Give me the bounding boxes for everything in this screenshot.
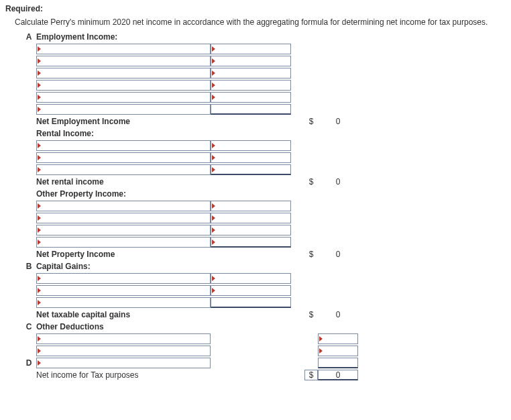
dropdown-icon [212, 70, 215, 76]
rental-desc-input[interactable] [36, 152, 211, 163]
rental-val-input[interactable] [211, 152, 291, 163]
required-heading: Required: [5, 4, 506, 13]
dropdown-icon [212, 288, 215, 293]
emp-desc-input[interactable] [36, 44, 211, 54]
dropdown-icon [38, 167, 41, 172]
section-title-b: Capital Gains: [36, 262, 91, 271]
currency-symbol-box: $ [304, 370, 318, 380]
dropdown-icon [38, 276, 41, 281]
dropdown-icon [212, 58, 215, 64]
net-income-value: 0 [318, 370, 358, 380]
other-property-title: Other Property Income: [36, 189, 126, 199]
dropdown-icon [38, 95, 41, 100]
property-desc-input[interactable] [36, 225, 211, 235]
deduct-desc-input[interactable] [36, 333, 211, 344]
net-property-label: Net Property Income [36, 250, 115, 259]
dropdown-icon [38, 336, 41, 342]
dropdown-icon [212, 215, 215, 221]
dropdown-icon [38, 360, 41, 366]
property-desc-input[interactable] [36, 201, 211, 211]
net-rental-value: 0 [318, 176, 358, 188]
emp-desc-input[interactable] [36, 80, 211, 91]
intro-text: Calculate Perry's minimum 2020 net incom… [15, 17, 506, 27]
dropdown-icon [38, 227, 41, 233]
capgain-val-input[interactable] [211, 273, 291, 284]
dropdown-icon [319, 348, 323, 354]
dropdown-icon [38, 300, 41, 305]
deduct-desc-input[interactable] [36, 346, 211, 356]
capgain-desc-input[interactable] [36, 297, 211, 308]
property-desc-input[interactable] [36, 237, 211, 248]
d-val-input[interactable] [318, 358, 358, 368]
currency-symbol: $ [304, 248, 318, 260]
capgain-val-input[interactable] [211, 285, 291, 296]
net-income-label: Net income for Tax purposes [36, 370, 139, 380]
dropdown-icon [38, 240, 41, 245]
dropdown-icon [212, 155, 215, 160]
dropdown-icon [212, 240, 215, 245]
net-capgain-label: Net taxable capital gains [36, 310, 130, 319]
net-employment-value: 0 [318, 115, 358, 127]
dropdown-icon [38, 348, 41, 354]
section-title-c: Other Deductions [36, 322, 104, 331]
dropdown-icon [212, 46, 215, 52]
section-title-a: Employment Income: [36, 32, 117, 42]
emp-val-input[interactable] [211, 104, 291, 115]
currency-symbol: $ [304, 176, 318, 188]
rental-val-input[interactable] [211, 140, 291, 151]
dropdown-icon [38, 83, 41, 88]
net-property-value: 0 [318, 248, 358, 260]
capgain-desc-input[interactable] [36, 273, 211, 284]
dropdown-icon [319, 336, 323, 342]
section-letter-b: B [21, 260, 36, 272]
dropdown-icon [212, 203, 215, 209]
dropdown-icon [212, 227, 215, 233]
dropdown-icon [38, 58, 41, 64]
emp-val-input[interactable] [211, 80, 291, 91]
emp-val-input[interactable] [211, 44, 291, 54]
dropdown-icon [212, 276, 215, 281]
property-desc-input[interactable] [36, 213, 211, 223]
emp-val-input[interactable] [211, 56, 291, 66]
emp-val-input[interactable] [211, 92, 291, 103]
currency-symbol: $ [304, 309, 318, 321]
property-val-input[interactable] [211, 201, 291, 211]
net-employment-label: Net Employment Income [36, 117, 130, 126]
d-desc-input[interactable] [36, 358, 211, 368]
dropdown-icon [212, 95, 215, 100]
section-letter-a: A [21, 31, 36, 43]
dropdown-icon [212, 143, 215, 148]
dropdown-icon [38, 288, 41, 293]
section-letter-d: D [21, 357, 36, 369]
emp-desc-input[interactable] [36, 92, 211, 103]
rental-title: Rental Income: [36, 129, 94, 138]
emp-desc-input[interactable] [36, 68, 211, 78]
emp-desc-input[interactable] [36, 104, 211, 115]
section-letter-c: C [21, 321, 36, 333]
emp-desc-input[interactable] [36, 56, 211, 66]
net-rental-label: Net rental income [36, 177, 104, 187]
rental-desc-input[interactable] [36, 164, 211, 175]
dropdown-icon [38, 46, 41, 52]
dropdown-icon [38, 203, 41, 209]
property-val-input[interactable] [211, 213, 291, 223]
dropdown-icon [212, 83, 215, 88]
capgain-desc-input[interactable] [36, 285, 211, 296]
rental-val-input[interactable] [211, 164, 291, 175]
dropdown-icon [38, 107, 41, 112]
net-capgain-value: 0 [318, 309, 358, 321]
capgain-val-input[interactable] [211, 297, 291, 308]
deduct-val-input[interactable] [318, 346, 358, 356]
deduct-val-input[interactable] [318, 333, 358, 344]
property-val-input[interactable] [211, 237, 291, 248]
emp-val-input[interactable] [211, 68, 291, 78]
dropdown-icon [38, 143, 41, 148]
dropdown-icon [38, 70, 41, 76]
rental-desc-input[interactable] [36, 140, 211, 151]
worksheet-table: A Employment Income: Net Employment Inco… [21, 31, 358, 381]
currency-symbol: $ [304, 115, 318, 127]
property-val-input[interactable] [211, 225, 291, 235]
dropdown-icon [38, 155, 41, 160]
dropdown-icon [38, 215, 41, 221]
dropdown-icon [212, 167, 215, 172]
